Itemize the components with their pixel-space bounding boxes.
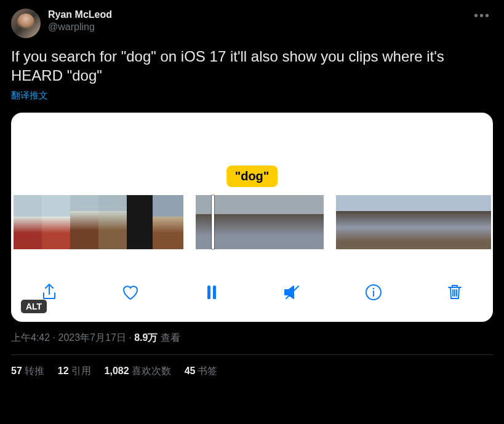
tweet-text: If you search for "dog" on iOS 17 it'll …: [11, 47, 493, 85]
clip-thumbnail: [196, 195, 228, 249]
clip-thumbnail: [98, 195, 127, 249]
quote-count: 12: [58, 366, 69, 376]
clip-thumbnail: [362, 195, 388, 249]
clip-thumbnail: [153, 195, 183, 249]
author-name[interactable]: Ryan McLeod: [48, 9, 464, 21]
trash-icon[interactable]: [445, 282, 465, 305]
translate-link[interactable]: 翻译推文: [11, 90, 493, 102]
retweet-count: 57: [11, 366, 22, 376]
avatar[interactable]: [11, 9, 41, 38]
tweet-container: Ryan McLeod @warpling ••• If you search …: [0, 0, 504, 378]
clip-thumbnail: [414, 195, 439, 249]
tweet-meta: 上午4:42 · 2023年7月17日 · 8.9万 查看: [11, 332, 493, 355]
svg-point-4: [373, 288, 375, 290]
clip-timeline: [11, 195, 493, 249]
clip-group: [336, 195, 491, 249]
alt-badge[interactable]: ALT: [21, 300, 47, 313]
tweet-stats: 57转推 12引用 1,082喜欢次数 45书签: [11, 355, 493, 378]
clip-group: [14, 195, 183, 249]
heart-icon[interactable]: [121, 282, 140, 305]
bookmark-label: 书签: [198, 366, 217, 376]
clip-thumbnail: [439, 195, 465, 249]
author-block: Ryan McLeod @warpling: [48, 9, 464, 33]
retweet-stat[interactable]: 57转推: [11, 365, 44, 378]
quote-stat[interactable]: 12引用: [58, 365, 91, 378]
quote-label: 引用: [71, 366, 91, 376]
clip-thumbnail: [228, 195, 260, 249]
clip-thumbnail: [127, 195, 153, 249]
clip-group-active: [196, 195, 324, 249]
clip-thumbnail: [14, 195, 42, 249]
bookmark-count: 45: [185, 366, 196, 376]
info-icon[interactable]: [364, 282, 383, 305]
retweet-label: 转推: [25, 366, 44, 376]
clip-thumbnail: [336, 195, 362, 249]
clip-thumbnail: [70, 195, 98, 249]
like-label: 喜欢次数: [132, 366, 171, 376]
svg-rect-1: [213, 286, 216, 299]
mute-icon[interactable]: [282, 282, 302, 305]
clip-thumbnail: [465, 195, 491, 249]
clip-thumbnail: [42, 195, 70, 249]
pause-icon[interactable]: [202, 282, 222, 305]
tweet-date[interactable]: 2023年7月17日: [58, 332, 126, 343]
like-stat[interactable]: 1,082喜欢次数: [105, 365, 171, 378]
more-icon[interactable]: •••: [471, 9, 493, 23]
like-count: 1,082: [105, 366, 129, 376]
author-handle[interactable]: @warpling: [48, 21, 464, 33]
clip-thumbnail: [388, 195, 414, 249]
clip-thumbnail: [260, 195, 292, 249]
tweet-header: Ryan McLeod @warpling •••: [11, 9, 493, 38]
svg-rect-0: [207, 286, 210, 299]
search-term-badge: "dog": [226, 166, 278, 187]
view-label: 查看: [161, 332, 180, 343]
view-count: 8.9万: [134, 332, 158, 343]
media-attachment[interactable]: "dog": [11, 113, 493, 322]
media-toolbar: [11, 282, 493, 305]
clip-thumbnail: [292, 195, 324, 249]
bookmark-stat[interactable]: 45书签: [185, 365, 218, 378]
tweet-time[interactable]: 上午4:42: [11, 332, 50, 343]
